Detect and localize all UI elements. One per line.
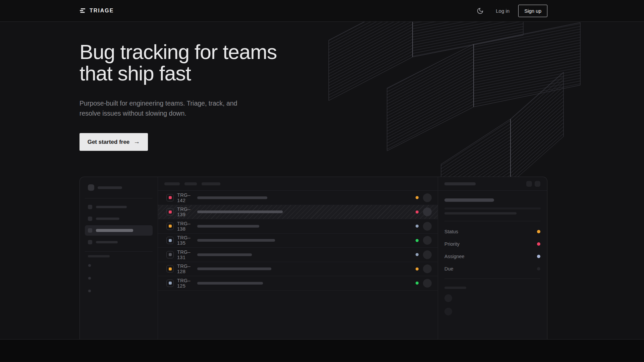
- status-dot: [416, 267, 419, 270]
- field-value-dot: [537, 255, 540, 258]
- moon-icon: [477, 7, 484, 14]
- nav-label-placeholder: [96, 206, 127, 208]
- hero-title: Bug tracking for teams that ship fast: [79, 41, 277, 84]
- issue-id: TRG–138: [177, 221, 197, 232]
- mockup-sidebar: [80, 177, 158, 340]
- list-dot: [88, 264, 91, 267]
- nav-label-placeholder: [96, 241, 118, 243]
- status-dot: [416, 225, 419, 228]
- detail-field-row: Assignee: [444, 250, 540, 262]
- issue-rows: TRG–142 TRG–139 TRG–138 TRG–135 TRG–131: [158, 191, 438, 291]
- comment-avatar-placeholder: [444, 308, 452, 315]
- description-line-placeholder: [444, 212, 517, 215]
- issue-row: TRG–135: [158, 234, 438, 248]
- status-dot: [416, 210, 419, 214]
- issue-title-placeholder: [197, 196, 267, 199]
- detail-fields: Status Priority Assignee Due: [444, 221, 540, 275]
- workspace-name-placeholder: [98, 186, 122, 189]
- nav-icon-placeholder: [88, 228, 92, 233]
- issue-title-placeholder: [197, 253, 252, 256]
- divider: [85, 198, 153, 198]
- list-dot: [88, 277, 91, 280]
- issue-type-icon: [166, 223, 174, 230]
- wireframe-slab: [329, 22, 523, 101]
- assignee-avatar: [423, 236, 432, 245]
- issue-list-header: [158, 177, 438, 191]
- hero-section: Bug tracking for teams that ship fast Pu…: [0, 22, 644, 340]
- issue-id: TRG–128: [177, 263, 197, 274]
- filter-placeholder: [164, 182, 180, 185]
- sidebar-item: [85, 202, 153, 212]
- assignee-avatar: [423, 264, 432, 273]
- description-line-placeholder: [444, 207, 541, 209]
- issue-row: TRG–128: [158, 262, 438, 277]
- section-label-placeholder: [88, 255, 110, 257]
- issue-id: TRG–135: [177, 235, 197, 246]
- issue-id: TRG–142: [177, 192, 197, 203]
- detail-header: [438, 177, 547, 191]
- detail-action-button: [526, 181, 532, 187]
- assignee-avatar: [423, 279, 432, 288]
- workspace-switcher: [85, 184, 153, 191]
- top-nav: TRIAGE Log in Sign up: [0, 0, 644, 22]
- nav-icon-placeholder: [88, 205, 92, 209]
- cta-label: Get started free: [88, 139, 130, 145]
- app-mockup: TRG–142 TRG–139 TRG–138 TRG–135 TRG–131: [79, 177, 547, 340]
- detail-field-row: Status: [444, 225, 540, 238]
- sidebar-item-active: [85, 225, 153, 236]
- filter-placeholder: [184, 182, 197, 185]
- comment-avatar-placeholder: [444, 294, 452, 302]
- brand[interactable]: TRIAGE: [79, 8, 114, 14]
- field-label: Status: [444, 229, 458, 234]
- field-value-dot: [537, 242, 540, 246]
- login-link[interactable]: Log in: [496, 8, 509, 14]
- issue-type-icon: [166, 265, 174, 273]
- get-started-button[interactable]: Get started free →: [79, 133, 148, 151]
- wireframe-slab: [387, 22, 580, 151]
- issue-type-icon: [166, 237, 174, 244]
- status-dot: [416, 196, 419, 199]
- issue-row: TRG–139: [158, 205, 438, 220]
- issue-row: TRG–138: [158, 219, 438, 234]
- signup-button[interactable]: Sign up: [518, 5, 547, 17]
- assignee-avatar: [423, 207, 432, 216]
- activity-label-placeholder: [444, 287, 466, 289]
- issue-type-icon: [166, 280, 174, 287]
- field-label: Priority: [444, 241, 460, 247]
- nav-icon-placeholder: [88, 217, 92, 221]
- hero-subtitle: Purpose-built for engineering teams. Tri…: [79, 98, 237, 118]
- issue-row: TRG–125: [158, 276, 438, 291]
- issue-row: TRG–142: [158, 191, 438, 205]
- issue-title-placeholder: [197, 225, 259, 228]
- status-dot: [416, 282, 419, 285]
- sidebar-dot-list: [88, 264, 153, 292]
- issue-title-placeholder: [197, 282, 263, 285]
- workspace-avatar: [88, 184, 94, 191]
- status-dot: [416, 253, 419, 256]
- triage-bars-icon: [79, 8, 86, 13]
- theme-toggle-button[interactable]: [476, 6, 484, 15]
- detail-body: Status Priority Assignee Due: [438, 191, 547, 315]
- issue-title-placeholder: [197, 210, 283, 213]
- nav-label-placeholder: [96, 229, 133, 232]
- field-label: Assignee: [444, 254, 465, 259]
- detail-title-placeholder: [444, 182, 476, 185]
- divider: [444, 279, 540, 279]
- assignee-avatar: [423, 222, 432, 231]
- detail-action-button: [535, 181, 540, 187]
- issue-detail-panel: Status Priority Assignee Due: [438, 177, 547, 340]
- issue-list: TRG–142 TRG–139 TRG–138 TRG–135 TRG–131: [158, 177, 438, 340]
- detail-field-row: Priority: [444, 238, 540, 250]
- issue-id: TRG–125: [177, 278, 197, 289]
- list-dot: [88, 290, 91, 292]
- issue-type-icon: [166, 194, 174, 201]
- divider: [85, 251, 153, 252]
- issue-type-icon: [166, 251, 174, 258]
- issue-type-icon: [166, 208, 174, 216]
- brand-name: TRIAGE: [90, 8, 114, 14]
- issue-title-placeholder: [197, 239, 275, 242]
- field-value-dot: [537, 230, 540, 233]
- sidebar-item: [85, 237, 153, 247]
- assignee-avatar: [423, 193, 432, 202]
- issue-id: TRG–131: [177, 249, 197, 260]
